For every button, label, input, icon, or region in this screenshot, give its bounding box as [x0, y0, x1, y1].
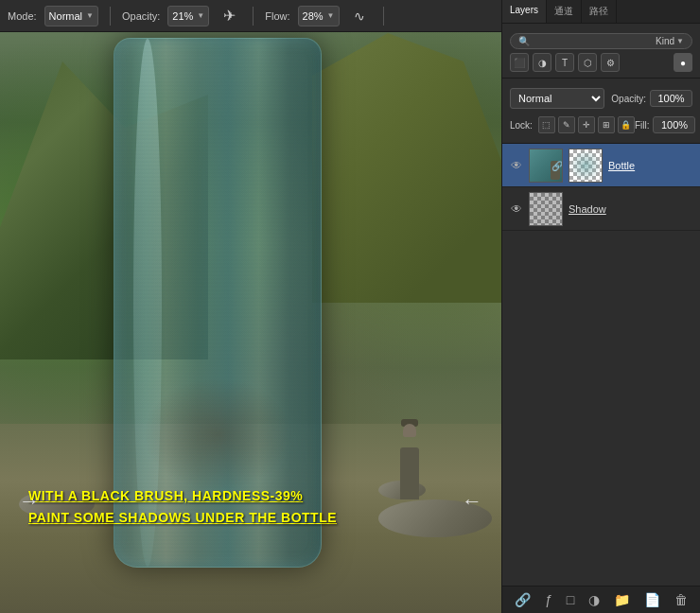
opacity-label: Opacity:	[122, 10, 160, 22]
tab-paths[interactable]: 路径	[582, 0, 617, 23]
flow-dropdown-icon: ▼	[327, 11, 335, 20]
layer-mask-btn[interactable]: □	[567, 592, 574, 607]
layer-actions: 🔗 ƒ □ ◑ 📁 📄 🗑	[502, 586, 700, 613]
search-bar[interactable]: 🔍 Kind ▼	[510, 33, 692, 49]
delete-layer-btn[interactable]: 🗑	[674, 592, 688, 607]
mode-dropdown-icon: ▼	[86, 11, 94, 20]
search-icon: 🔍	[518, 36, 530, 46]
mode-value: Normal	[49, 10, 82, 22]
fill-row: Fill: 100%	[635, 116, 696, 133]
filter-text-btn[interactable]: T	[555, 53, 574, 72]
filter-shape-btn[interactable]: ⬡	[578, 53, 597, 72]
layer-style-btn[interactable]: ƒ	[545, 592, 552, 607]
separator-1	[110, 7, 111, 26]
toolbar: Mode: Normal ▼ Opacity: 21% ▼ ✈ Flow: 28…	[0, 0, 501, 32]
separator-3	[383, 7, 384, 26]
opacity-panel-label: Opacity:	[611, 94, 646, 104]
filter-smart-btn[interactable]: ⚙	[601, 53, 620, 72]
layers-list: 👁 🔗 Bottle 👁 Shadow	[502, 144, 700, 586]
filter-toggle-btn[interactable]: ●	[674, 53, 692, 72]
layer-shadow[interactable]: 👁 Shadow	[502, 187, 700, 231]
flow-label: Flow:	[265, 10, 289, 22]
fill-label: Fill:	[635, 120, 650, 131]
flow-select[interactable]: 28% ▼	[298, 6, 340, 26]
opacity-value: 21%	[172, 10, 193, 22]
opacity-row: Opacity: 100%	[611, 90, 692, 107]
arrow-left: →	[19, 489, 40, 514]
smoothing-btn[interactable]: ∿	[347, 4, 372, 28]
blend-mode-row: Normal Opacity: 100%	[510, 84, 692, 113]
canvas-area[interactable]: WITH A BLACK BRUSH, HARDNESS-39% PAINT S…	[0, 0, 501, 613]
mode-select[interactable]: Normal ▼	[44, 6, 98, 26]
layer-bottle-mask-thumb	[569, 149, 603, 183]
lock-artboard-btn[interactable]: ⊞	[598, 116, 615, 133]
lock-paint-btn[interactable]: ✎	[558, 116, 575, 133]
layer-thumb-link-icon: 🔗	[551, 160, 563, 170]
separator-2	[253, 7, 254, 26]
person-head	[403, 424, 416, 437]
lock-all-btn[interactable]: 🔒	[618, 116, 635, 133]
layer-shadow-eye[interactable]: 👁	[508, 201, 525, 218]
layer-filter-section: 🔍 Kind ▼ ⬛ ◑ T ⬡ ⚙ ●	[502, 24, 700, 79]
adjustment-layer-btn[interactable]: ◑	[588, 592, 600, 607]
person-body	[400, 447, 419, 499]
layer-bottle-thumb: 🔗	[529, 149, 563, 183]
lock-fill-row: Lock: ⬚ ✎ ✛ ⊞ 🔒 Fill: 100%	[510, 113, 692, 137]
airbrush-btn[interactable]: ✈	[217, 4, 241, 28]
opacity-panel-value[interactable]: 100%	[650, 90, 692, 107]
layer-bottle[interactable]: 👁 🔗 Bottle	[502, 144, 700, 187]
filter-row: ⬛ ◑ T ⬡ ⚙ ●	[510, 53, 692, 72]
fill-value[interactable]: 100%	[653, 116, 695, 133]
group-layer-btn[interactable]: 📁	[614, 592, 630, 607]
instruction-text: WITH A BLACK BRUSH, HARDNESS-39% PAINT S…	[28, 485, 337, 528]
kind-label: Kind	[656, 36, 674, 46]
layer-bottle-name: Bottle	[608, 160, 694, 171]
lock-row: Lock: ⬚ ✎ ✛ ⊞ 🔒	[510, 113, 635, 137]
panel-tabs: Layers 通道 路径	[502, 0, 700, 24]
arrow-right: ←	[462, 489, 482, 514]
lock-transparent-btn[interactable]: ⬚	[538, 116, 555, 133]
layer-shadow-thumb	[529, 192, 563, 226]
filter-pixel-btn[interactable]: ⬛	[510, 53, 529, 72]
filter-adjust-btn[interactable]: ◑	[533, 53, 551, 72]
new-layer-btn[interactable]: 📄	[644, 592, 660, 607]
layer-bottle-eye[interactable]: 👁	[508, 157, 525, 174]
flow-value: 28%	[303, 10, 324, 22]
lock-position-btn[interactable]: ✛	[578, 116, 595, 133]
bottle-dirt	[143, 377, 292, 491]
link-layers-btn[interactable]: 🔗	[515, 592, 531, 607]
blend-opacity-section: Normal Opacity: 100% Lock: ⬚ ✎ ✛ ⊞ 🔒 Fil…	[502, 79, 700, 144]
opacity-select[interactable]: 21% ▼	[167, 6, 209, 26]
tab-channels[interactable]: 通道	[547, 0, 582, 23]
blend-mode-select[interactable]: Normal	[510, 88, 604, 109]
search-input[interactable]	[534, 36, 656, 46]
right-panel: Layers 通道 路径 🔍 Kind ▼ ⬛ ◑ T ⬡ ⚙ ●	[501, 0, 700, 613]
kind-dropdown-icon: ▼	[676, 37, 684, 45]
lock-label: Lock:	[510, 120, 533, 131]
instruction-line2: PAINT SOME SHADOWS UNDER THE BOTTLE	[28, 507, 337, 528]
instruction-line1: WITH A BLACK BRUSH, HARDNESS-39%	[28, 485, 337, 506]
tab-layers[interactable]: Layers	[502, 0, 547, 23]
opacity-dropdown-icon: ▼	[197, 11, 204, 20]
person-figure	[393, 424, 426, 499]
lock-icons: ⬚ ✎ ✛ ⊞ 🔒	[538, 116, 635, 133]
layer-shadow-name: Shadow	[569, 203, 694, 215]
mode-label: Mode:	[8, 10, 37, 22]
